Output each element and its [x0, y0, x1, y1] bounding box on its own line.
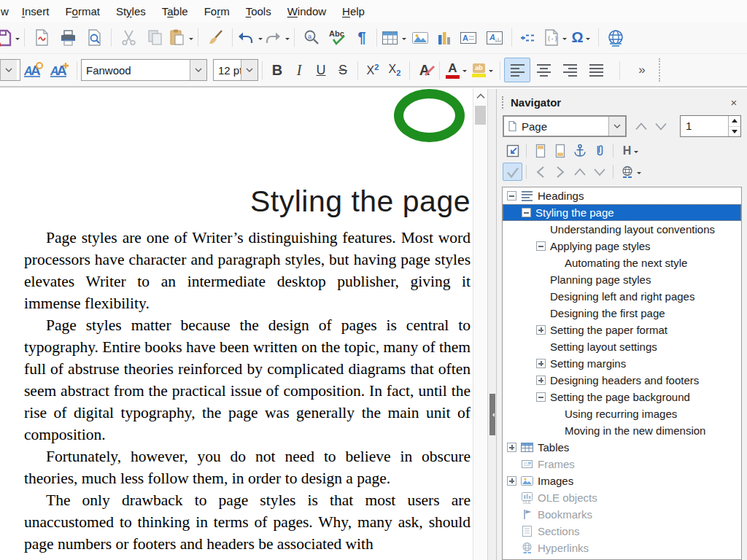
tree-item-planning-page-styles[interactable]: Planning page styles — [503, 271, 741, 288]
font-name-combo[interactable]: Fanwood — [81, 59, 207, 81]
expand-icon[interactable] — [507, 443, 516, 452]
promote-button[interactable] — [570, 163, 589, 181]
subscript-button[interactable]: X2 — [384, 58, 406, 82]
highlight-color-dropdown[interactable] — [487, 67, 494, 74]
back-button[interactable] — [530, 163, 550, 181]
insert-hyperlink-button[interactable] — [603, 26, 629, 50]
tree-item-applying-page-styles[interactable]: Applying page styles — [503, 238, 741, 254]
heading-levels-button[interactable]: H — [617, 141, 645, 160]
page-number-spinner[interactable]: 1 — [680, 115, 741, 137]
font-size-dropdown[interactable] — [241, 60, 258, 80]
previous-page-button[interactable] — [631, 117, 651, 136]
export-pdf-button[interactable] — [28, 26, 55, 50]
tree-item-headings[interactable]: Headings — [503, 187, 741, 204]
new-style-button[interactable]: AA — [47, 58, 73, 82]
formatting-marks-button[interactable]: ¶ — [351, 26, 373, 50]
menu-item-tools[interactable]: Tools — [238, 2, 279, 20]
toggle-master-view-button[interactable] — [503, 141, 522, 160]
toolbar-overflow-button[interactable]: » — [631, 58, 653, 82]
redo-dropdown[interactable] — [284, 34, 290, 41]
bold-button[interactable]: B — [266, 58, 288, 82]
footer-button[interactable] — [550, 141, 570, 160]
tree-item-automating-the-next-style[interactable]: Automating the next style — [503, 254, 741, 271]
collapse-icon[interactable] — [522, 208, 531, 217]
menu-item-form[interactable]: Form — [196, 2, 238, 20]
menu-item-window[interactable]: Window — [279, 2, 334, 20]
tree-item-designing-the-first-page[interactable]: Designing the first page — [503, 305, 741, 322]
toolbar-drag-handle[interactable] — [659, 58, 662, 82]
paragraph-style-combo[interactable] — [0, 59, 20, 81]
expand-icon[interactable] — [536, 376, 546, 385]
undo-dropdown[interactable] — [257, 34, 263, 41]
paragraph-style-dropdown[interactable] — [0, 60, 17, 80]
paste-dropdown[interactable] — [187, 34, 194, 41]
tree-item-designing-left-and-right-pages[interactable]: Designing left and right pages — [503, 288, 741, 305]
font-color-button[interactable]: A — [444, 58, 470, 82]
highlight-color-button[interactable]: ab — [470, 58, 496, 82]
align-right-button[interactable] — [557, 58, 583, 82]
tree-item-setting-the-page-background[interactable]: Setting the page background — [503, 389, 741, 405]
redo-button[interactable] — [263, 26, 290, 50]
menu-item-insert[interactable]: Insert — [14, 2, 58, 20]
collapse-icon[interactable] — [536, 241, 546, 251]
collapse-icon[interactable] — [536, 392, 546, 402]
tree-item-setting-the-paper-format[interactable]: Setting the paper format — [503, 322, 741, 338]
insert-chart-button[interactable] — [433, 26, 455, 50]
undo-button[interactable] — [236, 26, 263, 50]
panel-grip[interactable] — [502, 96, 506, 109]
demote-button[interactable] — [589, 163, 609, 181]
close-icon[interactable]: × — [728, 96, 740, 109]
expand-icon[interactable] — [536, 325, 546, 335]
next-page-button[interactable] — [651, 117, 670, 136]
tree-item-ole-objects[interactable]: OLEOLE objects — [503, 489, 741, 506]
insert-table-dropdown[interactable] — [400, 34, 407, 41]
insert-image-button[interactable] — [407, 26, 433, 50]
strikethrough-button[interactable]: S — [332, 58, 354, 82]
special-character-dropdown[interactable] — [585, 34, 592, 41]
insert-field-dropdown[interactable] — [562, 34, 568, 41]
tree-item-sections[interactable]: Sections — [503, 523, 741, 540]
underline-button[interactable]: U — [310, 58, 332, 82]
font-color-dropdown[interactable] — [461, 67, 468, 74]
tree-item-using-recurring-images[interactable]: Using recurring images — [503, 405, 741, 422]
menu-item-format[interactable]: Format — [57, 2, 108, 20]
menu-item-table[interactable]: Table — [154, 2, 196, 20]
update-style-button[interactable]: AA — [20, 58, 47, 82]
document-scrollbar[interactable] — [473, 89, 487, 560]
font-name-dropdown[interactable] — [190, 60, 206, 80]
insert-page-break-button[interactable] — [516, 26, 542, 50]
clear-formatting-button[interactable]: A — [414, 58, 436, 82]
anchor-text-button[interactable] — [570, 141, 589, 160]
tree-item-hyperlinks[interactable]: Hyperlinks — [503, 540, 741, 556]
cut-button[interactable] — [115, 26, 142, 50]
spin-up-button[interactable] — [729, 116, 740, 127]
spelling-button[interactable]: Abc — [325, 26, 351, 50]
insert-field-button[interactable]: (-) — [542, 26, 568, 50]
tree-item-setting-layout-settings[interactable]: Setting layout settings — [503, 338, 741, 355]
insert-text-box-button[interactable]: A — [455, 26, 481, 50]
sidebar-hide-handle[interactable] — [489, 394, 495, 435]
font-size-combo[interactable]: 12 pt — [213, 59, 258, 81]
scrollbar-thumb[interactable] — [475, 106, 486, 125]
insert-table-button[interactable] — [381, 26, 407, 50]
drag-mode-dropdown[interactable] — [636, 168, 643, 175]
tree-item-setting-margins[interactable]: Setting margins — [503, 355, 741, 372]
set-reminder-button[interactable] — [589, 141, 609, 160]
superscript-button[interactable]: X2 — [362, 58, 384, 82]
tree-item-images[interactable]: Images — [503, 472, 741, 489]
tree-item-tables[interactable]: Tables — [503, 439, 741, 456]
align-left-button[interactable] — [504, 58, 530, 82]
save-dropdown[interactable] — [14, 34, 20, 41]
collapse-icon[interactable] — [507, 191, 516, 201]
tree-item-moving-in-the-new-dimension[interactable]: Moving in the new dimension — [503, 422, 741, 439]
expand-icon[interactable] — [536, 359, 546, 368]
forward-button[interactable] — [550, 163, 570, 181]
drag-mode-button[interactable] — [617, 163, 645, 181]
menu-item-view-partial[interactable]: w — [0, 2, 14, 20]
tree-item-designing-headers-and-footers[interactable]: Designing headers and footers — [503, 372, 741, 389]
scroll-up-button[interactable] — [473, 89, 487, 104]
navigate-by-combo[interactable]: Page — [503, 115, 627, 137]
header-button[interactable] — [530, 141, 550, 160]
print-preview-button[interactable] — [81, 26, 107, 50]
print-button[interactable] — [55, 26, 81, 50]
